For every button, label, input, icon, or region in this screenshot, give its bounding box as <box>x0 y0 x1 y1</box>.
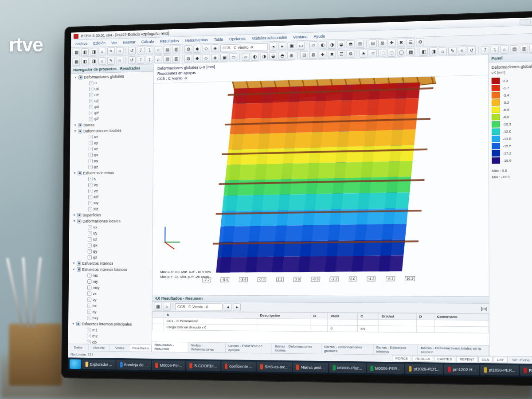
toolbar-button[interactable]: ✖ <box>328 50 336 58</box>
menu-edición[interactable]: Edición <box>91 40 108 47</box>
taskbar-item[interactable]: M0006-Per... <box>152 360 186 371</box>
toolbar-button[interactable]: ◒ <box>269 52 277 60</box>
toolbar-button[interactable]: ◓ <box>278 51 286 59</box>
toolbar-button[interactable]: ◧ <box>81 57 89 65</box>
table-tool-button[interactable]: ⌕ <box>163 302 170 310</box>
toolbar-button[interactable]: ⊞ <box>287 51 295 59</box>
toolbar-button[interactable]: ⌕ <box>154 55 162 63</box>
toolbar-button[interactable]: ▣ <box>287 42 295 50</box>
toolbar-button[interactable]: ✎ <box>448 47 457 55</box>
toolbar-button[interactable]: ⎌ <box>458 47 466 55</box>
status-toggle[interactable]: REJILLA <box>412 356 433 362</box>
toolbar-button[interactable]: ◒ <box>337 40 345 48</box>
toolbar-button[interactable]: ◯ <box>397 48 405 57</box>
toolbar-button[interactable]: ◍ <box>184 45 192 53</box>
table-tool-button[interactable]: ◂ <box>224 303 232 311</box>
toolbar-button[interactable]: ⊞ <box>356 39 364 48</box>
toolbar-button[interactable]: ⎌ <box>116 56 123 64</box>
toolbar-button[interactable]: ⌂ <box>439 47 447 55</box>
toolbar-button[interactable]: ◇ <box>202 54 210 62</box>
menu-cálculo[interactable]: Cálculo <box>139 38 156 45</box>
toolbar-button[interactable]: ⊟ <box>300 51 308 59</box>
tree-item[interactable]: ○nx <box>71 303 151 309</box>
grid-header[interactable]: D <box>416 313 434 320</box>
tree-item[interactable]: ○nxy <box>71 315 151 321</box>
toolbar-button[interactable]: ▤ <box>163 55 171 63</box>
status-toggle[interactable]: FORCE <box>392 356 411 362</box>
toolbar-button[interactable]: ◆ <box>193 45 201 53</box>
toolbar-button[interactable]: ⌕ <box>155 46 162 54</box>
grid-header[interactable]: Valor <box>328 313 358 320</box>
toolbar-button[interactable]: ◍ <box>184 55 192 63</box>
toolbar-button[interactable]: ▭ <box>297 41 305 49</box>
grid-tab[interactable]: Barras - Deformaciones locales <box>272 343 321 353</box>
grid-tab[interactable]: Resultados - Resumen <box>152 342 188 352</box>
toolbar-button[interactable]: ◓ <box>347 40 355 48</box>
tree-group[interactable]: ▾▣Deformaciones locales <box>72 218 152 224</box>
toolbar-button[interactable]: ◐ <box>251 52 259 60</box>
toolbar-button[interactable]: ⌂ <box>98 57 106 65</box>
grid-tab[interactable]: Líneas - Esfuerzos en apoyos <box>226 343 272 353</box>
toolbar-button[interactable]: ▦ <box>72 58 80 66</box>
tree-item[interactable]: ○vy <box>71 297 151 303</box>
toolbar-button[interactable]: ★ <box>360 49 368 58</box>
toolbar-button[interactable]: ▦ <box>407 48 415 56</box>
toolbar-button[interactable]: ⤵ <box>146 46 153 54</box>
grid-tab[interactable]: Barras - Deformaciones totales en la sec… <box>418 345 489 356</box>
toolbar-button[interactable]: ▦ <box>73 48 80 56</box>
toolbar-button[interactable]: ⤵ <box>490 45 499 54</box>
menu-herramientas[interactable]: Herramientas <box>182 36 211 43</box>
navigator-tab[interactable]: Datos <box>68 344 89 351</box>
tree-item[interactable]: ○vx <box>71 290 151 297</box>
menu-ver[interactable]: Ver <box>109 39 119 46</box>
3d-viewport[interactable]: -7.2-8.4-3.6-7.41.13.9-8.3-1.22.0-4.2-6.… <box>153 75 489 297</box>
taskbar-item[interactable]: coeficiente ... <box>221 361 256 372</box>
tree-item[interactable]: ○My <box>72 200 152 206</box>
toolbar-button[interactable]: ◧ <box>81 48 89 56</box>
tree-item[interactable]: ○φy <box>71 248 151 254</box>
toolbar-button[interactable]: ⊠ <box>378 39 386 47</box>
toolbar-button[interactable]: ◌ <box>387 48 395 57</box>
toolbar-button[interactable]: ▣ <box>220 53 228 61</box>
toolbar-button[interactable]: ⤴ <box>481 46 489 54</box>
taskbar-item[interactable]: RFEM 5.30... <box>520 365 532 376</box>
menu-opciones[interactable]: Opciones <box>227 35 248 42</box>
toolbar-button[interactable]: ↺ <box>128 47 136 55</box>
menu-insertar[interactable]: Insertar <box>120 39 138 45</box>
grid-header[interactable]: C <box>358 313 379 320</box>
toolbar-button[interactable]: ⎌ <box>116 47 124 55</box>
toolbar-button[interactable]: ◨ <box>90 57 97 65</box>
loadcase-combo[interactable]: CC5 - C Viento -X <box>175 303 223 310</box>
taskbar-item[interactable]: B-COORDI... <box>186 361 220 371</box>
tree-item[interactable]: ○uy <box>72 230 152 236</box>
tree-item[interactable]: ○φz <box>71 254 151 261</box>
toolbar-button[interactable]: ◨ <box>90 48 98 56</box>
toolbar-button[interactable]: ◇ <box>203 44 210 52</box>
toolbar-button[interactable]: ✚ <box>319 51 327 59</box>
navigator-tab[interactable]: Vistas <box>110 344 130 351</box>
toolbar-button[interactable]: ▥ <box>172 45 180 53</box>
menu-ventana[interactable]: Ventana <box>290 33 310 40</box>
toolbar-button[interactable]: ◍ <box>529 44 532 53</box>
menu-resultados[interactable]: Resultados <box>157 37 181 44</box>
tree-item[interactable]: ○mxy <box>71 285 151 291</box>
prev-loadcase-button[interactable]: ◂ <box>269 42 277 50</box>
toolbar-button[interactable]: ⌕ <box>500 45 509 54</box>
toolbar-button[interactable]: ✖ <box>397 38 405 47</box>
taskbar-item[interactable]: M0006-PER... <box>367 364 404 374</box>
start-button[interactable] <box>70 359 81 369</box>
tree-item[interactable]: ○φx <box>71 242 151 248</box>
menu-archivo[interactable]: Archivo <box>73 40 90 47</box>
status-toggle[interactable]: DXF <box>493 357 508 363</box>
tree-group[interactable]: ▾▣Superficies <box>72 212 152 219</box>
taskbar-item[interactable]: SHS-es-tec... <box>257 362 292 372</box>
grid-tab[interactable]: Nudos - Deformaciones <box>188 342 226 352</box>
grid-header[interactable] <box>153 312 164 318</box>
grid-tab[interactable]: Barras - Esfuerzos internos <box>373 344 418 355</box>
grid-header[interactable]: Descripción <box>257 313 310 319</box>
tree-group[interactable]: ▾▣Esfuerzos internos principales <box>71 321 151 328</box>
toolbar-button[interactable]: ◆ <box>193 54 201 62</box>
toolbar-button[interactable]: ◈ <box>211 44 219 52</box>
toolbar-button[interactable]: ⤴ <box>137 46 145 54</box>
table-tool-button[interactable]: ▦ <box>154 302 161 310</box>
